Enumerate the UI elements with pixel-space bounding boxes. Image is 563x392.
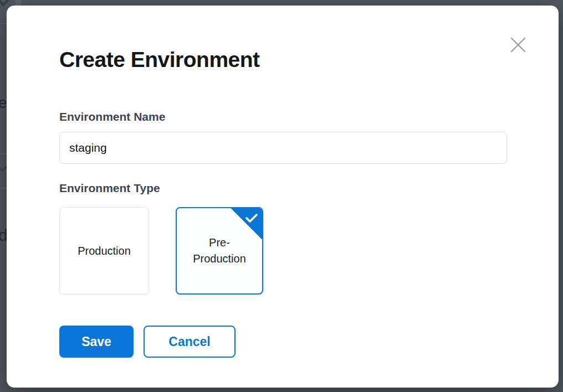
type-option-pre-production[interactable]: Pre-Production	[176, 207, 263, 295]
create-environment-dialog: Create Environment Environment Name Envi…	[7, 6, 559, 388]
type-option-production[interactable]: Production	[59, 207, 149, 295]
selected-check-badge	[231, 208, 262, 239]
environment-type-label: Environment Type	[59, 182, 507, 195]
environment-name-input[interactable]	[59, 132, 507, 164]
save-button[interactable]: Save	[59, 326, 134, 358]
environment-name-label: Environment Name	[59, 110, 507, 123]
close-icon[interactable]	[509, 35, 528, 54]
background-text-fragment: e	[0, 94, 7, 112]
dialog-actions: Save Cancel	[59, 326, 507, 358]
type-option-label: Pre-Production	[189, 235, 250, 267]
page-title: Create Environment	[59, 47, 507, 73]
type-option-label: Production	[78, 243, 131, 259]
cancel-button[interactable]: Cancel	[144, 326, 236, 358]
environment-type-options: Production Pre-Production	[59, 207, 507, 295]
